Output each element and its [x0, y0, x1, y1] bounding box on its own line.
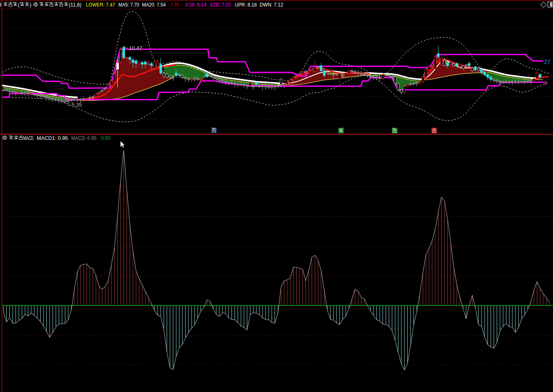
svg-text:X2B: 7.20: X2B: 7.20: [210, 2, 231, 8]
svg-text:MACD1: 0.95: MACD1: 0.95: [37, 135, 68, 141]
svg-text:10.47: 10.47: [129, 45, 142, 51]
svg-text:27: 27: [544, 59, 551, 65]
svg-text:): ): [30, 2, 31, 8]
svg-text:UPR: 8.18: UPR: 8.18: [235, 2, 257, 8]
svg-text:DWN: 7.12: DWN: 7.12: [260, 2, 283, 8]
svg-text:: 0.00: : 0.00: [98, 135, 110, 141]
svg-text:: 7.70: : 7.70: [168, 2, 179, 8]
svg-text:(11,6): (11,6): [69, 2, 81, 8]
svg-text:8: 8: [544, 80, 547, 86]
svg-text:MACD: MACD: [23, 135, 33, 141]
svg-text:MACD: 0.95: MACD: 0.95: [71, 135, 96, 141]
svg-text:MA20: 7.54: MA20: 7.54: [142, 2, 166, 8]
svg-text:←5.35: ←5.35: [66, 102, 82, 108]
svg-text:MA5: 7.70: MA5: 7.70: [118, 2, 139, 8]
svg-text:X1B: 9.14: X1B: 9.14: [185, 2, 206, 8]
svg-text:LOWER: 7.47: LOWER: 7.47: [86, 2, 115, 8]
